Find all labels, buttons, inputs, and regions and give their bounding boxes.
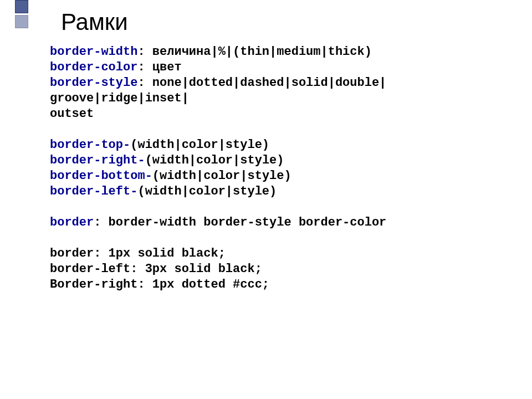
text: outset	[50, 107, 94, 121]
code-line	[50, 231, 386, 246]
text: : none|dotted|dashed|solid|double|	[137, 76, 386, 90]
code-line: border-width: величина|%|(thin|medium|th…	[50, 44, 386, 60]
text: border: 1px solid black;	[50, 247, 226, 260]
text: Border-right: 1px dotted #ccc;	[50, 278, 269, 291]
keyword: border-top-	[50, 138, 130, 152]
code-line: border: 1px solid black;	[50, 246, 386, 262]
text: : border-width border-style border-color	[94, 216, 386, 229]
code-line	[50, 200, 386, 215]
slide: Рамки border-width: величина|%|(thin|med…	[0, 0, 532, 399]
keyword: border-style	[50, 76, 137, 90]
text: : величина|%|(thin|medium|thick)	[137, 45, 371, 59]
code-line: border-right-(width|color|style)	[50, 153, 386, 168]
code-line	[50, 122, 386, 137]
text: (width|color|style)	[130, 138, 269, 152]
bullet-square-icon	[15, 15, 28, 28]
text: groove|ridge|inset|	[50, 91, 189, 105]
text: (width|color|style)	[145, 154, 284, 167]
code-line: border-style: none|dotted|dashed|solid|d…	[50, 75, 386, 91]
keyword: border-left-	[50, 185, 137, 198]
keyword: border-bottom-	[50, 169, 152, 183]
code-line: border: border-width border-style border…	[50, 215, 386, 231]
keyword: border-width	[50, 45, 137, 59]
code-line: border-color: цвет	[50, 60, 386, 75]
slide-body: border-width: величина|%|(thin|medium|th…	[50, 44, 386, 293]
text: (width|color|style)	[152, 169, 291, 183]
code-line: border-left-(width|color|style)	[50, 184, 386, 200]
bullet-square-icon	[15, 0, 28, 13]
text: border-left: 3px solid black;	[50, 262, 262, 276]
code-line: border-bottom-(width|color|style)	[50, 168, 386, 184]
code-line: groove|ridge|inset|	[50, 91, 386, 106]
slide-bullets	[15, 0, 28, 28]
keyword: border	[50, 216, 94, 229]
keyword: border-color	[50, 60, 137, 74]
code-line: border-left: 3px solid black;	[50, 262, 386, 277]
code-line: Border-right: 1px dotted #ccc;	[50, 277, 386, 293]
slide-title: Рамки	[61, 9, 128, 35]
text: (width|color|style)	[137, 185, 277, 198]
keyword: border-right-	[50, 154, 145, 167]
code-line: border-top-(width|color|style)	[50, 137, 386, 153]
code-line: outset	[50, 106, 386, 122]
text: : цвет	[137, 60, 181, 74]
